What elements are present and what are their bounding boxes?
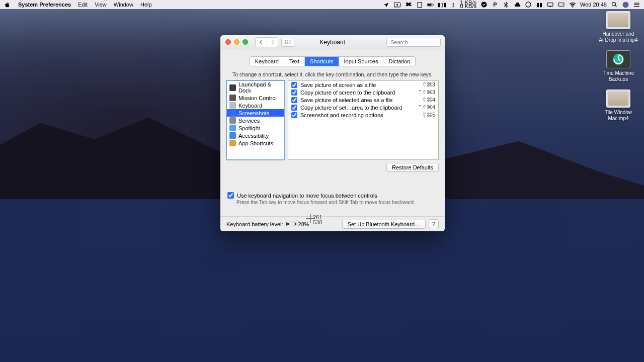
instruction-text: To change a shortcut, select it, click t… <box>220 70 445 80</box>
category-icon <box>229 140 236 146</box>
menubar-menu-help[interactable]: Help <box>140 2 152 8</box>
menubar-menu-window[interactable]: Window <box>114 2 133 8</box>
tab-dictation[interactable]: Dictation <box>383 57 415 66</box>
desktop-file[interactable]: Tile Window Mac.mp4 <box>598 89 639 122</box>
search-field[interactable] <box>386 38 441 47</box>
category-screenshots[interactable]: Screenshots <box>227 109 284 117</box>
apple-menu-icon[interactable] <box>4 1 11 8</box>
siri-icon[interactable] <box>622 1 629 8</box>
svg-point-19 <box>285 40 286 41</box>
restore-defaults-button[interactable]: Restore Defaults <box>386 163 439 172</box>
category-label: Accessibility <box>238 133 269 139</box>
back-button[interactable] <box>256 38 267 47</box>
shortcut-row[interactable]: Save picture of screen as a file⇧⌘3 <box>288 81 438 88</box>
shortcut-checkbox[interactable] <box>291 97 297 103</box>
svg-point-26 <box>287 43 288 44</box>
category-accessibility[interactable]: Accessibility <box>227 132 284 139</box>
kbnav-label: Use keyboard navigation to move focus be… <box>237 193 377 199</box>
location-icon[interactable] <box>383 1 390 8</box>
bluetooth-icon[interactable] <box>503 1 510 8</box>
desktop-file[interactable]: Handover and AirDrop final.mp4 <box>598 11 639 43</box>
shortcut-checkbox[interactable] <box>291 89 297 96</box>
menu-extra-3-icon[interactable]: ▯ <box>449 1 456 8</box>
shortcut-checkbox[interactable] <box>291 82 297 88</box>
category-app-shortcuts[interactable]: App Shortcuts <box>227 139 284 147</box>
window-titlebar[interactable]: Keyboard <box>220 35 445 49</box>
wifi-icon[interactable] <box>569 1 576 8</box>
menubar-menu-edit[interactable]: Edit <box>78 2 88 8</box>
menu-extra-2-icon[interactable]: ▮▯▮ <box>438 1 445 8</box>
close-button[interactable] <box>225 39 231 45</box>
svg-point-20 <box>287 40 288 41</box>
check-icon[interactable] <box>480 1 488 8</box>
file-thumb <box>606 89 630 108</box>
search-input[interactable] <box>390 39 445 45</box>
network-stats[interactable]: 1 KB/s0 KB/s <box>460 1 476 8</box>
cloud-icon[interactable] <box>514 1 521 8</box>
nav-buttons <box>255 37 278 47</box>
shortcut-list[interactable]: Save picture of screen as a file⇧⌘3Copy … <box>288 80 439 160</box>
category-icon <box>229 110 236 116</box>
window-footer: Keyboard battery level: 28% Set Up Bluet… <box>220 216 445 231</box>
file-thumb <box>606 11 630 29</box>
category-services[interactable]: Services <box>227 117 284 124</box>
desktop-file[interactable]: Time Machine Backups <box>598 50 639 82</box>
menu-extra-icon[interactable] <box>416 1 423 8</box>
svg-point-22 <box>285 42 286 43</box>
svg-point-21 <box>290 40 291 41</box>
notification-center-icon[interactable] <box>633 1 640 8</box>
screenrec-icon[interactable] <box>394 1 401 8</box>
parking-icon[interactable]: P <box>492 1 499 8</box>
svg-rect-4 <box>433 4 434 5</box>
circle-icon[interactable] <box>525 1 532 8</box>
svg-rect-2 <box>418 2 422 7</box>
menubar: System Preferences Edit View Window Help… <box>0 0 644 9</box>
bluetooth-keyboard-button[interactable]: Set Up Bluetooth Keyboard… <box>342 220 426 229</box>
zoom-button[interactable] <box>243 39 248 45</box>
category-label: Keyboard <box>238 103 262 109</box>
shortcut-keys: ⌃⇧⌘3 <box>418 89 435 96</box>
shortcut-checkbox[interactable] <box>291 105 297 111</box>
forward-button[interactable] <box>267 38 278 47</box>
dropbox-icon[interactable] <box>405 1 412 8</box>
svg-rect-8 <box>548 3 553 6</box>
tv-icon[interactable] <box>547 1 554 8</box>
tab-keyboard[interactable]: Keyboard <box>250 57 284 66</box>
category-keyboard[interactable]: Keyboard <box>227 102 284 109</box>
shortcut-row[interactable]: Save picture of selected area as a file⇧… <box>288 96 438 104</box>
shortcut-row[interactable]: Screenshot and recording options⇧⌘5 <box>288 111 438 119</box>
file-thumb <box>606 50 630 68</box>
tab-shortcuts[interactable]: Shortcuts <box>305 57 339 66</box>
shortcut-row[interactable]: Copy picture of screen to the clipboard⌃… <box>288 88 438 96</box>
display-icon[interactable] <box>558 1 565 8</box>
category-spotlight[interactable]: Spotlight <box>227 124 284 132</box>
category-mission-control[interactable]: Mission Control <box>227 94 284 102</box>
svg-line-13 <box>615 6 617 7</box>
svg-rect-10 <box>559 3 565 6</box>
kbnav-checkbox[interactable] <box>227 192 234 199</box>
file-label: Time Machine Backups <box>598 70 639 82</box>
battery-icon[interactable] <box>427 1 434 8</box>
spotlight-icon[interactable] <box>611 1 618 8</box>
shortcut-checkbox[interactable] <box>291 112 297 118</box>
category-launchpad-dock[interactable]: Launchpad & Dock <box>227 81 284 94</box>
svg-point-7 <box>526 2 531 7</box>
menubar-clock[interactable]: Wed 20:48 <box>580 2 607 8</box>
help-button[interactable]: ? <box>429 219 439 229</box>
svg-point-23 <box>287 42 288 43</box>
tab-input-sources[interactable]: Input Sources <box>339 57 384 66</box>
menubar-menu-view[interactable]: View <box>95 2 107 8</box>
category-list[interactable]: Launchpad & DockMission ControlKeyboardS… <box>226 80 285 160</box>
show-all-button[interactable] <box>281 38 294 47</box>
tab-text[interactable]: Text <box>284 57 305 66</box>
menubar-app-name[interactable]: System Preferences <box>18 2 71 8</box>
svg-point-11 <box>572 7 573 8</box>
category-label: Spotlight <box>238 125 260 131</box>
desktop-icons: Handover and AirDrop final.mp4Time Machi… <box>598 11 639 129</box>
grid-icon[interactable]: ▮▮ <box>536 1 543 8</box>
minimize-button[interactable] <box>234 39 239 45</box>
battery-meter-icon <box>286 222 295 226</box>
svg-rect-5 <box>428 4 431 6</box>
shortcut-row[interactable]: Copy picture of sel…area to the clipboar… <box>288 104 438 111</box>
category-label: App Shortcuts <box>238 140 273 146</box>
